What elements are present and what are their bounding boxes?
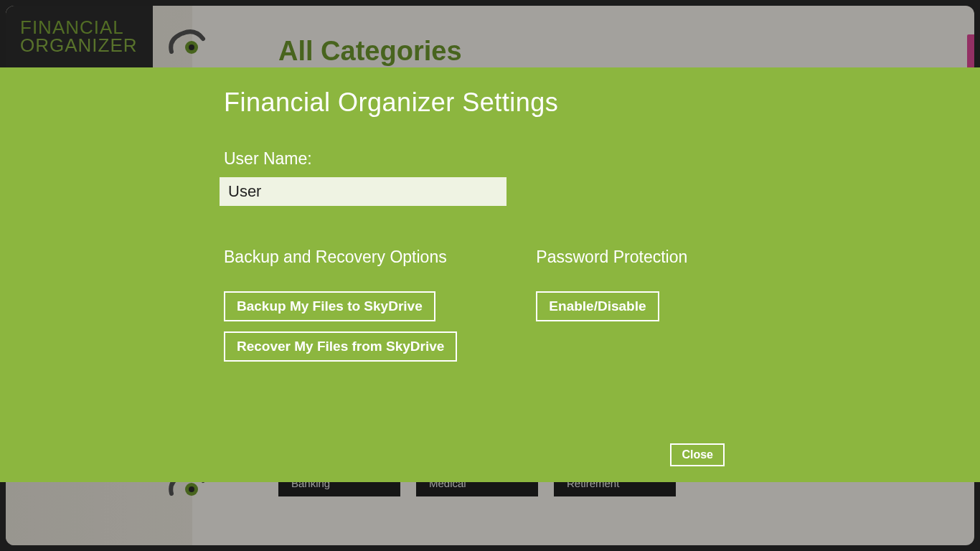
username-label: User Name: (224, 149, 937, 169)
settings-panel: Financial Organizer Settings User Name: … (0, 67, 980, 482)
backup-button[interactable]: Backup My Files to SkyDrive (224, 291, 435, 321)
username-input[interactable] (220, 177, 507, 206)
backup-section-label: Backup and Recovery Options (224, 248, 457, 267)
close-button[interactable]: Close (670, 443, 725, 466)
settings-title: Financial Organizer Settings (224, 88, 937, 118)
password-section-label: Password Protection (536, 248, 687, 267)
password-toggle-button[interactable]: Enable/Disable (536, 291, 659, 321)
backup-section: Backup and Recovery Options Backup My Fi… (224, 248, 457, 362)
recover-button[interactable]: Recover My Files from SkyDrive (224, 331, 457, 362)
password-section: Password Protection Enable/Disable (536, 248, 687, 362)
